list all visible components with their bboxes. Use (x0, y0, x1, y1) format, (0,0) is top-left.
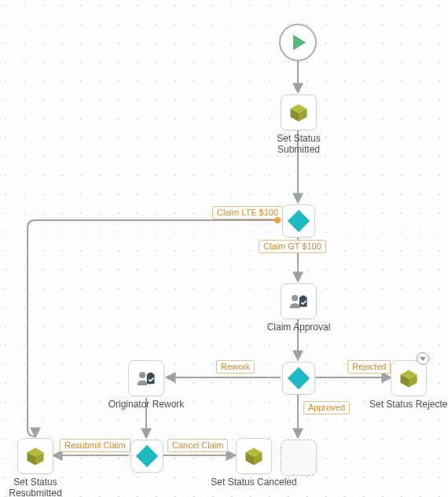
cube-icon (288, 102, 309, 123)
svg-point-14 (292, 295, 298, 301)
gateway-rework[interactable] (130, 440, 162, 473)
edge-label-claim-gt-100[interactable]: Claim GT $100 (259, 240, 326, 253)
activity-label: Originator Rework (107, 399, 185, 410)
activity-claim-approval[interactable]: Claim Approval (264, 283, 333, 333)
default-flow-marker (274, 217, 281, 223)
workflow-edges (0, 0, 448, 497)
play-icon (293, 35, 306, 50)
cube-icon (25, 446, 46, 466)
edge-label-claim-lte-100[interactable]: Claim LTE $100 (212, 206, 283, 219)
diamond-icon (288, 367, 310, 389)
edge-label-approved[interactable]: Approved (303, 401, 350, 414)
diamond-icon (288, 210, 310, 232)
gateway-approval[interactable] (282, 362, 314, 395)
activity-set-status-submitted[interactable]: Set StatusSubmitted (271, 94, 326, 156)
svg-rect-16 (301, 296, 305, 298)
edge-label-rework[interactable]: Rework (216, 360, 255, 374)
activity-label: Set StatusResubmitted (8, 477, 63, 497)
activity-label: Claim Approval (264, 322, 333, 333)
svg-rect-19 (149, 373, 152, 375)
gateway-amount[interactable] (282, 204, 314, 237)
start-node[interactable] (279, 24, 317, 61)
edge-label-resubmit-claim[interactable]: Resubmit Claim (60, 439, 130, 452)
cube-icon (244, 446, 264, 466)
activity-originator-rework[interactable]: Originator Rework (107, 360, 185, 410)
workflow-canvas[interactable]: Claim LTE $100 Claim GT $100 Rework Reje… (0, 0, 448, 497)
activity-label: Set Status Canceled (211, 477, 297, 488)
user-clipboard-icon (288, 291, 309, 311)
activity-label: Set Status Rejected (369, 399, 448, 410)
cube-icon (398, 368, 419, 388)
placeholder-drop-target[interactable] (281, 440, 315, 476)
activity-set-status-resubmitted[interactable]: Set StatusResubmitted (8, 438, 63, 497)
diamond-icon (136, 445, 158, 467)
svg-point-17 (139, 372, 145, 378)
user-clipboard-icon (136, 368, 156, 388)
node-expand-handle[interactable] (417, 352, 429, 365)
activity-set-status-rejected[interactable]: Set Status Rejected (369, 360, 448, 410)
activity-label: Set StatusSubmitted (271, 134, 326, 156)
